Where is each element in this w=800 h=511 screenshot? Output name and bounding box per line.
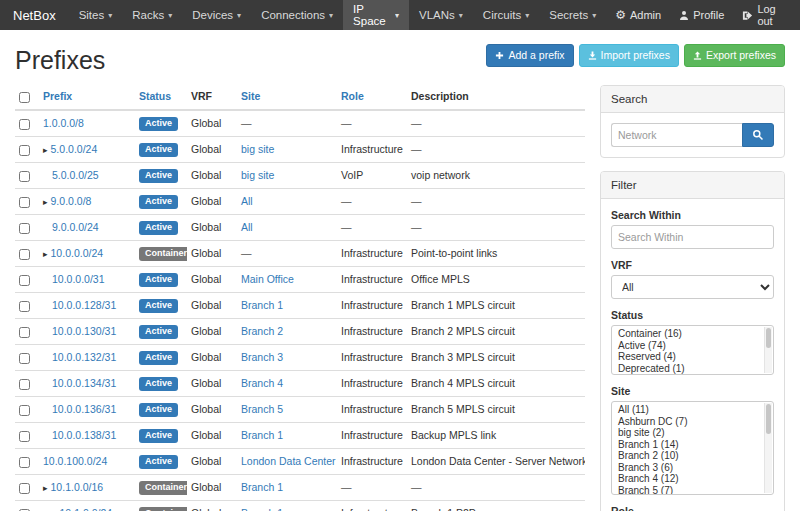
row-checkbox[interactable] <box>19 119 30 130</box>
listbox-option[interactable]: big site (2) <box>612 427 773 439</box>
row-checkbox[interactable] <box>19 275 30 286</box>
row-checkbox[interactable] <box>19 301 30 312</box>
prefix-link[interactable]: 10.0.0.130/31 <box>52 325 116 337</box>
row-checkbox[interactable] <box>19 327 30 338</box>
row-checkbox[interactable] <box>19 431 30 442</box>
prefix-link[interactable]: 10.0.0.0/24 <box>51 247 104 259</box>
prefix-link[interactable]: 10.0.0.134/31 <box>52 377 116 389</box>
site-listbox[interactable]: All (11)Ashburn DC (7)big site (2)Branch… <box>611 401 774 495</box>
listbox-option[interactable]: Ashburn DC (7) <box>612 416 773 428</box>
nav-item-secrets[interactable]: Secrets▾ <box>539 0 606 30</box>
prefix-link[interactable]: 10.0.0.138/31 <box>52 429 116 441</box>
site-link[interactable]: Branch 1 <box>241 299 283 311</box>
sort-site-link[interactable]: Site <box>241 90 260 102</box>
row-checkbox[interactable] <box>19 405 30 416</box>
listbox-option[interactable]: Branch 5 (7) <box>612 485 773 496</box>
status-label: Status <box>611 309 774 321</box>
site-link[interactable]: big site <box>241 143 274 155</box>
nav-item-devices[interactable]: Devices▾ <box>182 0 251 30</box>
nav-item-admin[interactable]: ⚙ Admin <box>606 0 670 30</box>
app-brand[interactable]: NetBox <box>0 0 69 30</box>
role-value: Infrastructure <box>341 403 403 415</box>
chevron-down-icon: ▾ <box>168 11 172 20</box>
listbox-option[interactable]: Reserved (4) <box>612 351 773 363</box>
status-listbox[interactable]: Container (16)Active (74)Reserved (4)Dep… <box>611 325 774 375</box>
prefix-link[interactable]: 5.0.0.0/25 <box>52 169 99 181</box>
listbox-option[interactable]: Branch 3 (6) <box>612 462 773 474</box>
listbox-option[interactable]: Branch 4 (12) <box>612 473 773 485</box>
prefix-link[interactable]: 9.0.0.0/8 <box>51 195 92 207</box>
prefix-link[interactable]: 10.0.0.132/31 <box>52 351 116 363</box>
row-checkbox[interactable] <box>19 171 30 182</box>
add-prefix-button[interactable]: Add a prefix <box>486 44 573 67</box>
sort-prefix-link[interactable]: Prefix <box>43 90 72 102</box>
prefix-link[interactable]: 9.0.0.0/24 <box>52 221 99 233</box>
site-link[interactable]: Branch 5 <box>241 403 283 415</box>
search-input[interactable] <box>611 123 742 147</box>
prefix-link[interactable]: 10.1.0.0/16 <box>51 481 104 493</box>
row-checkbox[interactable] <box>19 353 30 364</box>
export-prefixes-button[interactable]: Export prefixes <box>684 44 785 67</box>
site-link[interactable]: Branch 1 <box>241 507 283 511</box>
nav-item-profile[interactable]: Profile <box>670 0 733 30</box>
nav-item-circuits[interactable]: Circuits▾ <box>473 0 539 30</box>
listbox-option[interactable]: Active (74) <box>612 340 773 352</box>
nav-item-ip-space[interactable]: IP Space▾ <box>343 0 409 30</box>
site-cell: Branch 1 <box>237 292 337 318</box>
prefix-link[interactable]: 10.1.0.0/24 <box>60 507 113 511</box>
listbox-option[interactable]: Container (16) <box>612 328 773 340</box>
nav-item-racks[interactable]: Racks▾ <box>122 0 182 30</box>
vrf-value: Global <box>191 117 221 129</box>
nav-item-vlans[interactable]: VLANs▾ <box>409 0 473 30</box>
vrf-select[interactable]: All <box>611 275 774 299</box>
select-all-checkbox[interactable] <box>19 92 30 103</box>
row-select-cell <box>15 214 39 240</box>
row-checkbox[interactable] <box>19 145 30 156</box>
import-prefixes-button[interactable]: Import prefixes <box>579 44 679 67</box>
listbox-option[interactable]: All (11) <box>612 404 773 416</box>
nav-item-connections[interactable]: Connections▾ <box>251 0 343 30</box>
row-checkbox[interactable] <box>19 483 30 494</box>
site-link[interactable]: London Data Center <box>241 455 336 467</box>
search-within-input[interactable] <box>611 225 774 249</box>
site-link[interactable]: Branch 1 <box>241 429 283 441</box>
admin-label: Admin <box>630 9 661 21</box>
listbox-option[interactable]: Deprecated (1) <box>612 363 773 375</box>
row-checkbox[interactable] <box>19 379 30 390</box>
nav-item-logout[interactable]: Log out <box>733 0 800 30</box>
sort-status-link[interactable]: Status <box>139 90 171 102</box>
role-cell: — <box>337 214 407 240</box>
row-checkbox[interactable] <box>19 457 30 468</box>
nav-item-sites[interactable]: Sites▾ <box>69 0 123 30</box>
site-link[interactable]: All <box>241 221 253 233</box>
row-select-cell <box>15 396 39 422</box>
site-link[interactable]: Branch 4 <box>241 377 283 389</box>
site-link[interactable]: Branch 3 <box>241 351 283 363</box>
row-checkbox[interactable] <box>19 223 30 234</box>
site-link[interactable]: Branch 1 <box>241 481 283 493</box>
role-value: Infrastructure <box>341 299 403 311</box>
site-link[interactable]: big site <box>241 169 274 181</box>
site-link[interactable]: Branch 2 <box>241 325 283 337</box>
site-link[interactable]: Main Office <box>241 273 294 285</box>
site-cell: All <box>237 188 337 214</box>
site-cell: London Data Center <box>237 448 337 474</box>
row-checkbox[interactable] <box>19 197 30 208</box>
prefix-link[interactable]: 1.0.0.0/8 <box>43 117 84 129</box>
listbox-option[interactable]: Branch 2 (10) <box>612 450 773 462</box>
row-checkbox[interactable] <box>19 249 30 260</box>
site-scrollbar[interactable] <box>764 403 772 493</box>
sort-role-link[interactable]: Role <box>341 90 364 102</box>
prefix-link[interactable]: 10.0.0.136/31 <box>52 403 116 415</box>
prefix-link[interactable]: 5.0.0.0/24 <box>51 143 98 155</box>
prefix-link[interactable]: 10.0.0.128/31 <box>52 299 116 311</box>
description-value: Branch 1 MPLS circuit <box>411 299 515 311</box>
listbox-option[interactable]: Branch 1 (14) <box>612 439 773 451</box>
role-cell: — <box>337 474 407 500</box>
prefix-link[interactable]: 10.0.100.0/24 <box>43 455 107 467</box>
status-scrollbar[interactable] <box>764 327 772 373</box>
prefix-link[interactable]: 10.0.0.0/31 <box>52 273 105 285</box>
site-link[interactable]: All <box>241 195 253 207</box>
status-badge: Container <box>139 247 187 261</box>
search-button[interactable] <box>742 123 774 147</box>
